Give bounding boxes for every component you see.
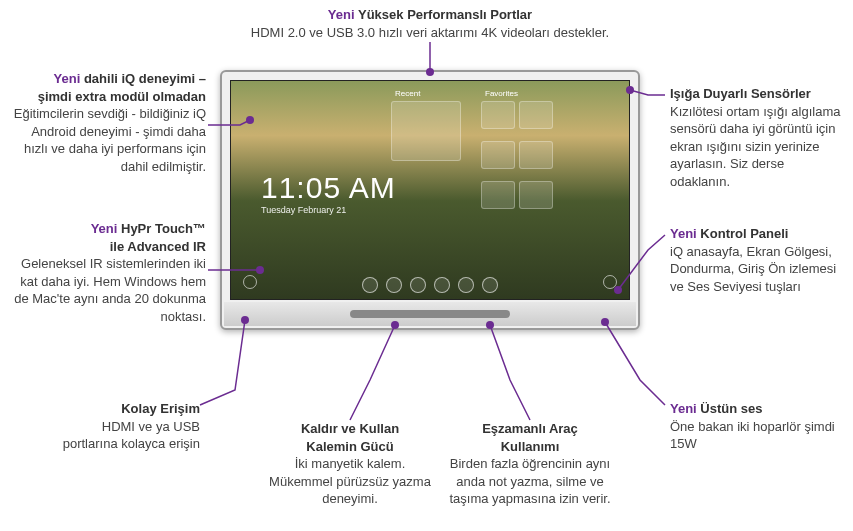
callout-easy-access: Kolay Erişim HDMI ve ya USB portlarına k… <box>50 400 200 453</box>
dock <box>362 277 498 293</box>
callout-desc: Geleneksel IR sistemlerinden iki kat dah… <box>6 255 206 325</box>
callout-title: dahili iQ deneyimi – <box>80 71 206 86</box>
smart-display-product: 11:05 AM Tuesday February 21 Recent Favo… <box>220 70 640 330</box>
callout-simultaneous-tools: Eşzamanlı Araç Kullanımı Birden fazla öğ… <box>445 420 615 508</box>
callout-title: HyPr Touch™ <box>117 221 206 236</box>
bezel <box>224 302 636 326</box>
callout-title-a: Kaldır ve Kullan <box>265 420 435 438</box>
callout-desc: iQ anasayfa, Ekran Gölgesi, Dondurma, Gi… <box>670 243 845 296</box>
settings-icon <box>603 275 617 289</box>
callout-pen-power: Kaldır ve Kullan Kalemin Gücü İki manyet… <box>265 420 435 508</box>
callout-desc: İki manyetik kalem. Mükemmel pürüzsüz ya… <box>265 455 435 508</box>
callout-light-sensor: Işığa Duyarlı Sensörler Kızılötesi ortam… <box>670 85 845 190</box>
recent-tile <box>391 101 461 161</box>
fav-tile <box>519 141 553 169</box>
favorites-label: Favorites <box>485 89 518 98</box>
callout-superior-sound: Yeni Üstün ses Öne bakan iki hoparlör şi… <box>670 400 845 453</box>
callout-iq-experience: Yeni dahili iQ deneyimi – şimdi extra mo… <box>6 70 206 175</box>
callout-desc: Eğitimcilerin sevdiği - bildiğiniz iQ An… <box>6 105 206 175</box>
clock-widget: 11:05 AM Tuesday February 21 <box>261 171 396 215</box>
recent-label: Recent <box>395 89 420 98</box>
callout-title: Kolay Erişim <box>50 400 200 418</box>
home-icon <box>243 275 257 289</box>
new-badge: Yeni <box>670 226 697 241</box>
fav-tile <box>481 181 515 209</box>
callout-desc: Öne bakan iki hoparlör şimdi 15W <box>670 418 845 453</box>
clock-date: Tuesday February 21 <box>261 205 396 215</box>
new-badge: Yeni <box>54 71 81 86</box>
callout-title: Işığa Duyarlı Sensörler <box>670 85 845 103</box>
callout-title-b: Kalemin Gücü <box>265 438 435 456</box>
screen: 11:05 AM Tuesday February 21 Recent Favo… <box>230 80 630 300</box>
new-badge: Yeni <box>91 221 118 236</box>
fav-tile <box>481 101 515 129</box>
callout-title-a: Eşzamanlı Araç <box>445 420 615 438</box>
callout-title-b: şimdi extra modül olmadan <box>6 88 206 106</box>
fav-tile <box>519 101 553 129</box>
new-badge: Yeni <box>328 7 355 22</box>
callout-desc: HDMI ve ya USB portlarına kolayca erişin <box>50 418 200 453</box>
callout-ports: Yeni Yüksek Performanslı Portlar HDMI 2.… <box>200 6 660 41</box>
callout-title-b: Kullanımı <box>445 438 615 456</box>
callout-title: Kontrol Paneli <box>697 226 789 241</box>
favorite-tiles <box>481 101 553 209</box>
dock-icon <box>482 277 498 293</box>
callout-title: Yüksek Performanslı Portlar <box>355 7 533 22</box>
dock-icon <box>410 277 426 293</box>
dock-icon <box>458 277 474 293</box>
callout-hypr-touch: Yeni HyPr Touch™ ile Advanced IR Gelenek… <box>6 220 206 325</box>
dock-icon <box>362 277 378 293</box>
clock-time: 11:05 AM <box>261 171 396 205</box>
pen-tray <box>350 310 510 318</box>
callout-desc: Birden fazla öğrencinin aynı anda not ya… <box>445 455 615 508</box>
dock-icon <box>386 277 402 293</box>
callout-title: Üstün ses <box>697 401 763 416</box>
callout-desc: HDMI 2.0 ve USB 3.0 hızlı veri aktarımı … <box>200 24 660 42</box>
fav-tile <box>481 141 515 169</box>
callout-control-panel: Yeni Kontrol Paneli iQ anasayfa, Ekran G… <box>670 225 845 295</box>
dock-icon <box>434 277 450 293</box>
callout-desc: Kızılötesi ortam ışığı algılama sensörü … <box>670 103 845 191</box>
callout-title-b: ile Advanced IR <box>6 238 206 256</box>
new-badge: Yeni <box>670 401 697 416</box>
recent-tiles <box>391 101 461 161</box>
fav-tile <box>519 181 553 209</box>
